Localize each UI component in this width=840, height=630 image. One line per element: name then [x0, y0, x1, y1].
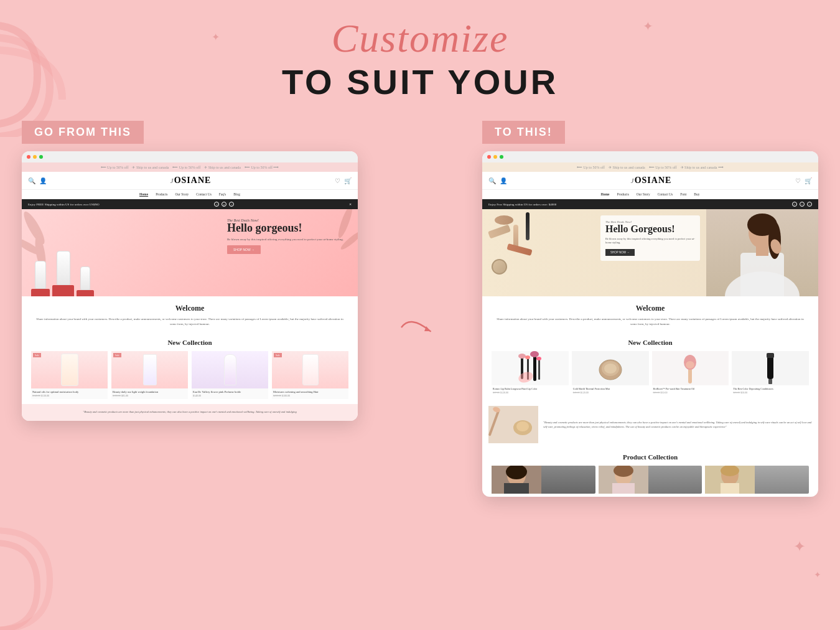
right-nav-icons: 🔍 👤	[488, 177, 507, 184]
left-hero-text: The Best Deals Now! Hello gorgeous! Be b…	[227, 219, 352, 254]
svg-point-23	[604, 364, 617, 374]
right-search-icon[interactable]: 🔍	[488, 177, 496, 184]
right-instagram-icon[interactable]: i	[807, 202, 812, 207]
podium-3	[77, 290, 94, 296]
svg-point-13	[518, 354, 526, 359]
instagram-icon[interactable]: i	[229, 202, 234, 207]
wishlist-icon[interactable]: ♡	[335, 177, 340, 184]
right-nav-link-products[interactable]: Products	[617, 192, 629, 196]
left-social-icons: f p i	[214, 202, 234, 207]
right-hero-left: The Best Deals Now! Hello Gorgeous! Be b…	[482, 209, 706, 296]
right-facebook-icon[interactable]: f	[792, 202, 797, 207]
person-1-silhouette	[492, 466, 541, 494]
right-nav-link-buy[interactable]: Buy	[694, 192, 699, 196]
svg-rect-28	[767, 353, 774, 358]
svg-point-20	[517, 370, 534, 384]
right-nav-link-story[interactable]: Our Story	[637, 192, 650, 196]
right-product-3: HotRoots™ Pre-wash Hair Treatment Oil $2…	[652, 351, 729, 396]
left-welcome-text: Share information about your brand with …	[34, 317, 345, 326]
right-free-shipping: Enjoy Free Shipping within US for orders…	[488, 203, 556, 206]
right-product-4-new: $50.00	[740, 391, 747, 394]
nav-link-contact[interactable]: Contact Us	[196, 192, 212, 196]
right-product-1-old: $37.00	[493, 391, 500, 394]
left-black-bar: Enjoy FREE Shipping within US for orders…	[22, 199, 358, 209]
cursive-title: Customize	[0, 19, 840, 59]
right-quote-section: "Beauty and cosmetic products are more t…	[482, 401, 818, 448]
pinterest-icon[interactable]: p	[222, 202, 226, 207]
right-product-4-old: $25.00	[733, 391, 740, 394]
facebook-icon[interactable]: f	[214, 202, 219, 207]
podium-1	[31, 289, 50, 296]
dot-green	[39, 155, 43, 159]
right-nav-link-contact[interactable]: Contact Us	[658, 192, 673, 196]
right-product-2-name: Gold Shield Thermal Protection Mist	[572, 385, 649, 391]
right-shop-now-button[interactable]: SHOP NOW →	[605, 249, 635, 256]
nav-link-blog[interactable]: Blog	[233, 192, 240, 196]
direction-arrow	[398, 309, 442, 346]
woman-silhouette	[706, 209, 818, 296]
person-3-silhouette	[705, 466, 755, 494]
sale-badge-1: Sale	[33, 353, 41, 357]
left-hero: The Best Deals Now! Hello gorgeous! Be b…	[22, 209, 358, 296]
right-person-2	[599, 466, 702, 494]
right-collection-grid: Romeo Lip Balm Longwear Fluid Lip Color …	[492, 351, 809, 396]
nav-link-products[interactable]: Products	[156, 192, 167, 196]
left-shop-now-button[interactable]: SHOP NOW →	[227, 245, 261, 254]
arrow-container	[395, 121, 445, 497]
nav-link-faq[interactable]: Faq's	[219, 192, 226, 196]
right-product-1-img	[492, 351, 569, 385]
cart-icon[interactable]: 🛒	[344, 177, 352, 184]
dot-red	[27, 155, 30, 159]
left-product-2: Sale Beauty daily use light weight found…	[111, 351, 188, 399]
right-cart-icon[interactable]: 🛒	[805, 177, 812, 184]
right-welcome-text: Share information about your brand with …	[495, 317, 806, 326]
right-nav-right-icons: ♡ 🛒	[795, 177, 812, 184]
left-product-1: Sale Natural oils for optimal moisturize…	[31, 351, 108, 399]
makeup-mascara	[526, 212, 530, 240]
nav-link-home[interactable]: Home	[139, 192, 148, 196]
account-icon[interactable]: 👤	[39, 177, 47, 184]
search-icon[interactable]: 🔍	[28, 177, 35, 184]
bold-subtitle: TO SUIT YOUR	[0, 62, 840, 102]
left-product-4-old-price: $200.00	[273, 394, 281, 397]
right-hero-woman	[706, 209, 818, 296]
right-nav-link-home[interactable]: Home	[600, 192, 609, 196]
right-person-3	[705, 466, 809, 494]
svg-point-34	[516, 421, 529, 431]
product-4-bottle	[302, 354, 319, 385]
right-account-icon[interactable]: 👤	[500, 177, 507, 184]
left-product-4-price: $200.00 $180.00	[272, 394, 348, 399]
label-to: TO THIS!	[482, 121, 565, 144]
product-3-bottle	[224, 354, 236, 385]
right-twitter-icon[interactable]: t	[800, 202, 805, 207]
right-site-nav: 🔍 👤 JOSIANE ♡ 🛒	[482, 172, 818, 190]
left-product-3: Eau De Vallery flower pink Perfume bottl…	[192, 351, 268, 399]
right-product-3-old: $25.00	[653, 391, 660, 394]
right-wishlist-icon[interactable]: ♡	[795, 177, 801, 184]
right-product-1: Romeo Lip Balm Longwear Fluid Lip Color …	[492, 351, 569, 396]
left-product-4-img: Sale	[272, 351, 348, 388]
left-product-3-img	[192, 351, 268, 388]
right-browser-window: ⟵ Up to 50% off ✈ Ship to us and canada …	[482, 151, 818, 497]
right-collection-section: New Collection	[482, 334, 818, 401]
sale-badge-4: Sale	[274, 353, 282, 357]
bg-arcs-bottomleft	[0, 505, 100, 630]
right-black-bar: Enjoy Free Shipping within US for orders…	[482, 199, 818, 209]
nav-link-our-story[interactable]: Our Story	[175, 192, 189, 196]
right-product-3-new: $50.00	[661, 391, 668, 394]
right-product-4-name: The Best Color Depositing Conditioners	[732, 385, 809, 391]
right-quote-text: "Beauty and cosmetic products are more t…	[543, 420, 812, 429]
right-nav-link-font[interactable]: Font	[680, 192, 686, 196]
svg-point-19	[536, 357, 541, 360]
left-product-1-new-price: $130.00	[41, 394, 49, 397]
podium-2	[52, 285, 74, 296]
right-product-2-new: $120.00	[581, 391, 589, 394]
left-hero-desc: Be blown away by this inspired offering …	[227, 237, 352, 242]
left-product-2-price: $100.00 $85.00	[111, 394, 188, 399]
right-announcement-bar: ⟵ Up to 50% off ✈ Ship to us and canada …	[482, 162, 818, 172]
close-button[interactable]: ✕	[349, 202, 352, 206]
svg-point-15	[525, 355, 530, 359]
product-group-2	[52, 251, 74, 296]
right-welcome-title: Welcome	[495, 304, 806, 313]
right-product-collection-section: Product Collection	[482, 448, 818, 497]
